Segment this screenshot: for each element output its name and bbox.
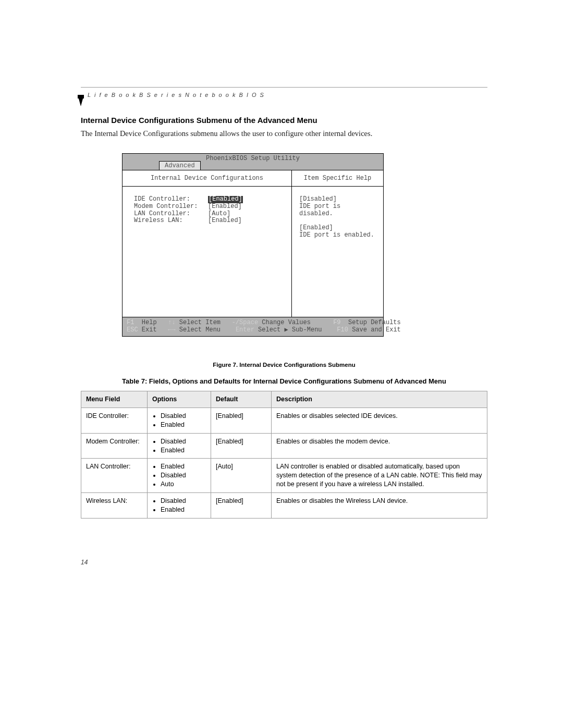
footer-exit: Exit xyxy=(142,326,157,334)
bios-tab-advanced[interactable]: Advanced xyxy=(159,161,201,170)
config-value-selected[interactable]: [Enabled] xyxy=(208,196,243,203)
cell-options: Disabled Enabled xyxy=(148,408,211,433)
cell-options: Disabled Enabled xyxy=(148,433,211,459)
header-triangle-icon xyxy=(78,95,84,106)
table-row: IDE Controller: Disabled Enabled [Enable… xyxy=(81,408,487,433)
bios-footer: F1 Help ↑↓ Select Item -/Space Change Va… xyxy=(123,317,383,336)
config-row-wlan[interactable]: Wireless LAN: [Enabled] xyxy=(134,217,286,225)
key-f9: F9 xyxy=(333,319,340,326)
config-row-ide[interactable]: IDE Controller: [Enabled] xyxy=(134,196,286,203)
bios-column-headers: Internal Device Configurations Item Spec… xyxy=(123,170,383,187)
table-row: LAN Controller: Enabled Disabled Auto [A… xyxy=(81,459,487,493)
cell-default: [Auto] xyxy=(211,459,272,493)
option: Enabled xyxy=(161,462,206,471)
option: Disabled xyxy=(161,412,206,421)
footer-change-values: Change Values xyxy=(262,319,311,326)
section-title: Internal Device Configurations Submenu o… xyxy=(81,116,317,125)
option: Enabled xyxy=(161,446,206,455)
config-value[interactable]: [Enabled] xyxy=(208,217,242,225)
config-label: Wireless LAN: xyxy=(134,217,208,225)
cell-field: IDE Controller: xyxy=(81,408,148,433)
config-label: IDE Controller: xyxy=(134,196,208,203)
bios-body: IDE Controller: [Enabled] Modem Controll… xyxy=(123,187,383,317)
option: Disabled xyxy=(161,497,206,505)
footer-setup-defaults: Setup Defaults xyxy=(348,319,401,326)
option: Enabled xyxy=(161,421,206,429)
th-field: Menu Field xyxy=(81,391,148,408)
cell-options: Enabled Disabled Auto xyxy=(148,459,211,493)
page-number: 14 xyxy=(81,559,88,566)
bios-right-heading: Item Specific Help xyxy=(292,170,383,186)
key-enter: Enter xyxy=(236,326,254,334)
key-updown: ↑↓ xyxy=(168,319,175,326)
option: Disabled xyxy=(161,437,206,446)
bios-left-heading: Internal Device Configurations xyxy=(123,170,292,186)
footer-select-item: Select Item xyxy=(179,319,221,326)
footer-submenu: Select ▶ Sub-Menu xyxy=(258,326,322,334)
bios-help-panel: [Disabled] IDE port is disabled. [Enable… xyxy=(292,187,383,317)
header-rule xyxy=(81,87,487,88)
key-leftright: ←→ xyxy=(168,326,175,334)
config-value[interactable]: [Auto] xyxy=(208,211,230,218)
key-space: -/Space xyxy=(232,319,258,326)
cell-field: Wireless LAN: xyxy=(81,493,148,519)
footer-help: Help xyxy=(142,319,157,326)
key-f1: F1 xyxy=(127,319,134,326)
config-label: LAN Controller: xyxy=(134,211,208,218)
figure-caption: Figure 7. Internal Device Configurations… xyxy=(81,362,487,368)
config-row-lan[interactable]: LAN Controller: [Auto] xyxy=(134,211,286,218)
option: Enabled xyxy=(161,505,206,514)
bios-config-list: IDE Controller: [Enabled] Modem Controll… xyxy=(123,187,292,317)
cell-field: Modem Controller: xyxy=(81,433,148,459)
config-value[interactable]: [Enabled] xyxy=(208,203,242,211)
cell-default: [Enabled] xyxy=(211,493,272,519)
bios-titlebar: PhoenixBIOS Setup Utility Advanced xyxy=(123,154,383,170)
key-f10: F10 xyxy=(337,326,348,334)
help-line: [Disabled] xyxy=(299,196,378,203)
table-row: Modem Controller: Disabled Enabled [Enab… xyxy=(81,433,487,459)
cell-options: Disabled Enabled xyxy=(148,493,211,519)
cell-field: LAN Controller: xyxy=(81,459,148,493)
footer-save-exit: Save and Exit xyxy=(352,326,401,334)
option: Disabled xyxy=(161,471,206,480)
fields-table: Menu Field Options Default Description I… xyxy=(81,391,487,519)
help-line: [Enabled] xyxy=(299,225,378,232)
intro-text: The Internal Device Configurations subme… xyxy=(81,129,372,138)
th-options: Options xyxy=(148,391,211,408)
cell-desc: LAN controller is enabled or disabled au… xyxy=(272,459,487,493)
cell-desc: Enables or disables the Wireless LAN dev… xyxy=(272,493,487,519)
cell-desc: Enables or disables the modem device. xyxy=(272,433,487,459)
table-caption: Table 7: Fields, Options and Defaults fo… xyxy=(81,377,487,385)
config-row-modem[interactable]: Modem Controller: [Enabled] xyxy=(134,203,286,211)
th-desc: Description xyxy=(272,391,487,408)
help-line: IDE port is disabled. xyxy=(299,203,378,218)
bios-window: PhoenixBIOS Setup Utility Advanced Inter… xyxy=(122,153,384,337)
cell-default: [Enabled] xyxy=(211,408,272,433)
cell-desc: Enables or disables selected IDE devices… xyxy=(272,408,487,433)
cell-default: [Enabled] xyxy=(211,433,272,459)
config-label: Modem Controller: xyxy=(134,203,208,211)
footer-select-menu: Select Menu xyxy=(179,326,221,334)
help-line: IDE port is enabled. xyxy=(299,232,378,239)
key-esc: ESC xyxy=(127,326,138,334)
option: Auto xyxy=(161,480,206,489)
running-header: L i f e B o o k B S e r i e s N o t e b … xyxy=(88,92,265,98)
th-default: Default xyxy=(211,391,272,408)
table-row: Wireless LAN: Disabled Enabled [Enabled]… xyxy=(81,493,487,519)
table-header-row: Menu Field Options Default Description xyxy=(81,391,487,408)
